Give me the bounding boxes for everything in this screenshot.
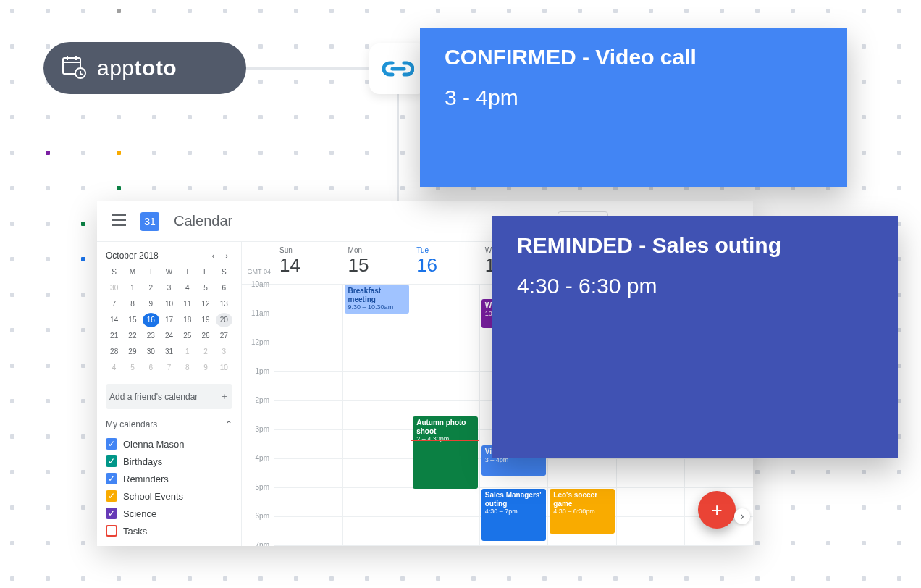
- hour-label: 5pm: [242, 483, 274, 512]
- minical-day[interactable]: 5: [197, 281, 214, 295]
- minical-day[interactable]: 1: [179, 345, 195, 359]
- minical-day[interactable]: 6: [143, 361, 159, 375]
- minical-day[interactable]: 4: [179, 281, 195, 295]
- minical-day[interactable]: 2: [197, 345, 214, 359]
- minical-day[interactable]: 24: [161, 329, 177, 343]
- calendar-event[interactable]: Autumn photo shoot2 – 4:30pm: [413, 416, 478, 489]
- day-column[interactable]: Breakfast meeting9:30 – 10:30am: [342, 285, 411, 545]
- minical-dow: S: [216, 265, 232, 280]
- calendar-label: Science: [123, 508, 156, 519]
- hour-label: 2pm: [242, 396, 274, 425]
- minical-day[interactable]: 14: [106, 313, 122, 327]
- minical-day[interactable]: 27: [216, 329, 232, 343]
- minical-day[interactable]: 31: [161, 345, 177, 359]
- connector-vertical: [397, 94, 399, 203]
- hour-label: 1pm: [242, 367, 274, 396]
- minical-day[interactable]: 26: [197, 329, 214, 343]
- minical-day[interactable]: 7: [161, 361, 177, 375]
- minical-day[interactable]: 15: [124, 313, 140, 327]
- minical-day[interactable]: 4: [106, 361, 122, 375]
- reminded-time: 4:30 - 6:30 pm: [517, 274, 873, 298]
- minical-day[interactable]: 2: [143, 281, 159, 295]
- minical-day[interactable]: 6: [216, 281, 232, 295]
- minical-prev[interactable]: ‹: [208, 247, 219, 264]
- day-header[interactable]: Mon15: [342, 242, 411, 284]
- minical-grid[interactable]: SMTWTFS301234567891011121314151617181920…: [106, 265, 232, 375]
- expand-right-button[interactable]: ›: [734, 508, 750, 524]
- minical-day[interactable]: 12: [197, 297, 214, 311]
- calendar-row[interactable]: ✓Birthdays: [106, 453, 232, 470]
- link-icon: [382, 59, 414, 79]
- minical-day[interactable]: 19: [197, 313, 214, 327]
- minical-day[interactable]: 25: [179, 329, 195, 343]
- minical-day[interactable]: 18: [179, 313, 195, 327]
- day-of-week: Mon: [348, 246, 405, 254]
- gcal-sidebar: October 2018 ‹ › SMTWTFS3012345678910111…: [97, 242, 242, 546]
- minical-day[interactable]: 22: [124, 329, 140, 343]
- minical-day[interactable]: 3: [161, 281, 177, 295]
- calendar-event[interactable]: Sales Managers' outing4:30 – 7pm: [481, 489, 547, 541]
- add-friend-calendar[interactable]: Add a friend's calendar ＋: [106, 384, 232, 409]
- minical-day[interactable]: 13: [216, 297, 232, 311]
- calendar-label: Tasks: [123, 526, 147, 537]
- event-time: 4:30 – 7pm: [485, 508, 543, 515]
- menu-icon[interactable]: [107, 210, 130, 232]
- calendar-checkbox[interactable]: ✓: [106, 455, 117, 467]
- calendar-checkbox[interactable]: [106, 525, 117, 537]
- minical-day[interactable]: 7: [106, 297, 122, 311]
- calendar-checkbox[interactable]: ✓: [106, 473, 117, 484]
- minical-day[interactable]: 8: [179, 361, 195, 375]
- minical-day[interactable]: 9: [143, 297, 159, 311]
- calendar-event[interactable]: Breakfast meeting9:30 – 10:30am: [345, 285, 410, 314]
- minical-dow: F: [197, 265, 214, 280]
- minical-day[interactable]: 9: [197, 361, 214, 375]
- hour-label: 7pm: [242, 541, 274, 546]
- calendar-row[interactable]: ✓Reminders: [106, 470, 232, 487]
- calendar-row[interactable]: ✓School Events: [106, 487, 232, 505]
- minical-day[interactable]: 1: [124, 281, 140, 295]
- reminded-title: REMINDED - Sales outing: [517, 233, 873, 258]
- minical-day[interactable]: 28: [106, 345, 122, 359]
- minical-day[interactable]: 17: [161, 313, 177, 327]
- calendar-checkbox[interactable]: ✓: [106, 508, 117, 519]
- minical-day[interactable]: 21: [106, 329, 122, 343]
- reminded-card: REMINDED - Sales outing 4:30 - 6:30 pm: [492, 216, 898, 458]
- day-column[interactable]: Autumn photo shoot2 – 4:30pm: [411, 285, 479, 545]
- create-event-fab[interactable]: +: [698, 491, 736, 529]
- day-of-week: Sun: [279, 246, 337, 254]
- day-header[interactable]: Sun14: [274, 242, 342, 284]
- minical-day[interactable]: 20: [216, 313, 232, 327]
- minical-dow: T: [143, 265, 159, 280]
- calendar-row[interactable]: Tasks: [106, 522, 232, 539]
- plus-icon: +: [711, 499, 722, 521]
- minical-day[interactable]: 16: [143, 313, 159, 327]
- event-title: Breakfast meeting: [348, 287, 406, 303]
- minical-day[interactable]: 10: [216, 361, 232, 375]
- minical-day[interactable]: 29: [124, 345, 140, 359]
- confirmed-time: 3 - 4pm: [445, 85, 823, 110]
- minical-day[interactable]: 10: [161, 297, 177, 311]
- day-column[interactable]: [274, 285, 342, 545]
- connector-horizontal: [246, 67, 369, 70]
- minical-day[interactable]: 30: [143, 345, 159, 359]
- minical-day[interactable]: 8: [124, 297, 140, 311]
- hour-label: 11am: [242, 309, 274, 338]
- calendar-row[interactable]: ✓Science: [106, 505, 232, 522]
- minical-day[interactable]: 11: [179, 297, 195, 311]
- minical-day[interactable]: 5: [124, 361, 140, 375]
- minical-dow: S: [106, 265, 122, 280]
- calendar-checkbox[interactable]: ✓: [106, 438, 117, 450]
- calendar-checkbox[interactable]: ✓: [106, 490, 117, 502]
- day-number: 14: [279, 254, 337, 277]
- minical-day[interactable]: 3: [216, 345, 232, 359]
- my-calendars-toggle[interactable]: My calendars ⌃: [106, 419, 232, 429]
- my-calendars-label: My calendars: [106, 419, 157, 429]
- day-header[interactable]: Tue16: [411, 242, 479, 284]
- minical-dow: M: [124, 265, 140, 280]
- minical-next[interactable]: ›: [221, 247, 232, 264]
- minical-day[interactable]: 23: [143, 329, 159, 343]
- calendar-row[interactable]: ✓Olenna Mason: [106, 435, 232, 453]
- chevron-up-icon: ⌃: [225, 419, 232, 429]
- calendar-event[interactable]: Leo's soccer game4:30 – 6:30pm: [550, 489, 615, 534]
- minical-day[interactable]: 30: [106, 281, 122, 295]
